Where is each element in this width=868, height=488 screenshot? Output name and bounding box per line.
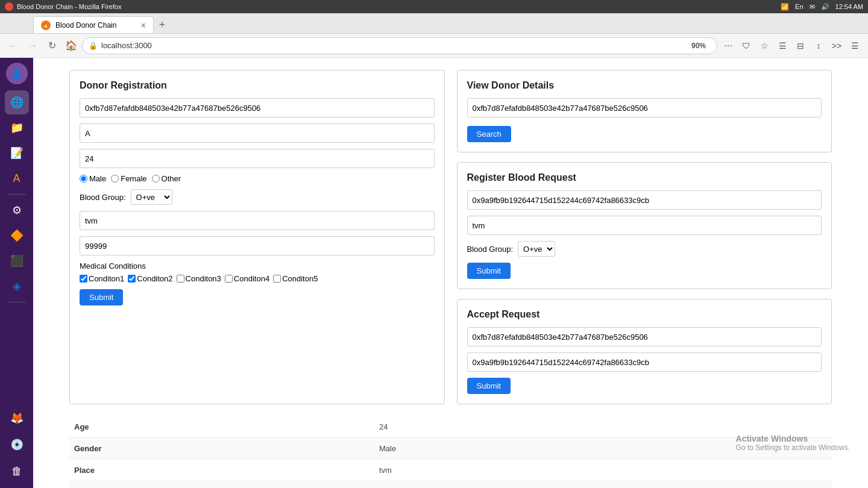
condition1-label[interactable]: Conditon1 xyxy=(80,274,124,283)
donor-blood-group-label: Blood Group: xyxy=(80,193,126,202)
medical-conditions-title: Medical Conditions xyxy=(80,261,435,271)
blood-request-submit-button[interactable]: Submit xyxy=(467,263,511,279)
donor-registration-title: Donor Registration xyxy=(80,80,435,91)
back-button[interactable]: ← xyxy=(5,37,22,54)
sidebar-item-gear[interactable]: ⚙ xyxy=(5,198,29,222)
sidebar-item-terminal[interactable]: ⬛ xyxy=(5,249,29,273)
conditions-checkbox-group: Conditon1 Conditon2 Conditon3 Condi xyxy=(80,274,435,283)
details-table-row: Blood GroupO+ve xyxy=(69,481,832,489)
forward-button[interactable]: → xyxy=(24,37,41,54)
sidebar-item-text[interactable]: 📝 xyxy=(5,141,29,165)
sidebar-avatar: 👤 xyxy=(6,63,28,84)
gender-male-radio[interactable] xyxy=(80,175,87,183)
condition4-label[interactable]: Conditon4 xyxy=(225,274,269,283)
browser-toolbar: ← → ↻ 🏠 🔒 localhost:3000 90% ⋯ 🛡 ☆ ☰ ⊟ ↕… xyxy=(0,34,868,58)
details-table-row: Age24 xyxy=(69,416,832,438)
blood-request-blood-group-label: Blood Group: xyxy=(467,245,514,254)
accept-request-title: Accept Request xyxy=(467,309,822,320)
shield-button[interactable]: 🛡 xyxy=(738,37,755,54)
sidebar-item-browser[interactable]: 🌐 xyxy=(5,90,29,114)
gender-other-label[interactable]: Other xyxy=(152,174,181,183)
condition3-label[interactable]: Conditon3 xyxy=(177,274,221,283)
wifi-icon: 📶 xyxy=(781,3,789,11)
sidebar-item-amazon[interactable]: A xyxy=(5,166,29,190)
condition3-text: Conditon3 xyxy=(186,274,221,283)
donor-address-input[interactable] xyxy=(80,98,435,117)
view-donor-address-input[interactable] xyxy=(467,98,822,117)
sidebar-item-vscode[interactable]: ◈ xyxy=(5,274,29,298)
bookmark-button[interactable]: ☆ xyxy=(756,37,773,54)
blood-request-place-input[interactable] xyxy=(467,216,822,235)
gender-female-label[interactable]: Female xyxy=(111,174,146,183)
donor-tokens-input[interactable] xyxy=(80,236,435,255)
address-bar[interactable]: 🔒 localhost:3000 90% xyxy=(82,37,717,54)
browser-tabbar: 🔥 Blood Donor Chain × + xyxy=(0,13,868,34)
sidebar-divider-1 xyxy=(8,194,26,195)
home-button[interactable]: 🏠 xyxy=(63,37,80,54)
tab-close-button[interactable]: × xyxy=(141,20,146,30)
donor-blood-group-row: Blood Group: O+ve A+ve B+ve AB+ve xyxy=(80,189,435,205)
gender-other-text: Other xyxy=(162,174,181,183)
condition1-text: Conditon1 xyxy=(89,274,124,283)
gender-radio-group: Male Female Other xyxy=(80,174,435,183)
accept-request-address-input[interactable] xyxy=(467,352,822,372)
details-label: Place xyxy=(69,460,374,481)
os-title: Blood Donor Chain - Mozilla Firefox xyxy=(17,3,122,10)
more-button[interactable]: ⋯ xyxy=(720,37,737,54)
tabs-view[interactable]: ⊟ xyxy=(792,37,809,54)
donor-place-input[interactable] xyxy=(80,211,435,230)
mail-icon: ✉ xyxy=(810,3,815,11)
condition3-checkbox[interactable] xyxy=(177,275,184,283)
condition4-checkbox[interactable] xyxy=(225,275,233,283)
details-value: tvm xyxy=(374,460,832,481)
condition5-label[interactable]: Conditon5 xyxy=(273,274,318,283)
blood-request-blood-group-select[interactable]: O+ve A+ve B+ve xyxy=(518,241,555,257)
gender-female-text: Female xyxy=(121,174,146,183)
main-grid: Donor Registration Male Female xyxy=(69,70,832,404)
details-label: Blood Group xyxy=(69,481,374,489)
new-tab-button[interactable]: + xyxy=(154,16,171,33)
sidebar-item-folder[interactable]: 📁 xyxy=(5,116,29,140)
gender-male-label[interactable]: Male xyxy=(80,174,106,183)
view-donor-search-button[interactable]: Search xyxy=(467,126,511,142)
blood-request-blood-group-row: Blood Group: O+ve A+ve B+ve xyxy=(467,241,822,257)
url-text: localhost:3000 xyxy=(101,41,683,50)
donor-blood-group-select[interactable]: O+ve A+ve B+ve AB+ve xyxy=(131,189,172,205)
condition5-checkbox[interactable] xyxy=(273,275,281,283)
tab-title: Blood Donor Chain xyxy=(55,21,116,30)
view-donor-title: View Donor Details xyxy=(467,80,822,91)
details-value: Male xyxy=(374,438,832,460)
gender-female-radio[interactable] xyxy=(111,175,119,183)
tab-favicon: 🔥 xyxy=(41,20,51,30)
view-donor-panel: View Donor Details Search xyxy=(457,70,832,152)
os-indicator xyxy=(5,2,13,11)
avatar-icon: 👤 xyxy=(11,68,23,80)
donor-registration-submit-button[interactable]: Submit xyxy=(80,289,123,305)
hamburger-menu[interactable]: ☰ xyxy=(846,37,863,54)
sidebar-item-firefox[interactable]: 🦊 xyxy=(5,406,29,430)
sidebar-item-disk[interactable]: 💿 xyxy=(5,433,29,457)
condition2-label[interactable]: Conditon2 xyxy=(128,274,172,283)
sidebar-toggle[interactable]: ☰ xyxy=(774,37,791,54)
browser-tab-active[interactable]: 🔥 Blood Donor Chain × xyxy=(33,16,154,33)
sidebar: 👤 🌐 📁 📝 A ⚙ 🔶 ⬛ ◈ 🦊 💿 🗑 xyxy=(0,58,33,488)
lock-icon: 🔒 xyxy=(89,42,98,50)
donor-name-input[interactable] xyxy=(80,124,435,143)
sidebar-item-trash[interactable]: 🗑 xyxy=(5,459,29,483)
lang-indicator: En xyxy=(795,3,803,10)
condition1-checkbox[interactable] xyxy=(80,275,87,283)
donor-registration-panel: Donor Registration Male Female xyxy=(69,70,445,404)
accept-request-submit-button[interactable]: Submit xyxy=(467,378,511,394)
sidebar-divider-2 xyxy=(8,302,26,302)
page-content: Donor Registration Male Female xyxy=(33,58,868,488)
accept-donor-address-input[interactable] xyxy=(467,327,822,346)
sync-button[interactable]: ↕ xyxy=(810,37,827,54)
sidebar-item-vlc[interactable]: 🔶 xyxy=(5,224,29,248)
reload-button[interactable]: ↻ xyxy=(43,37,60,54)
details-table-row: GenderMale xyxy=(69,438,832,460)
condition2-checkbox[interactable] xyxy=(128,275,136,283)
donor-age-input[interactable] xyxy=(80,149,435,168)
blood-request-address-input[interactable] xyxy=(467,190,822,210)
gender-other-radio[interactable] xyxy=(152,175,160,183)
extensions-button[interactable]: >> xyxy=(828,37,845,54)
